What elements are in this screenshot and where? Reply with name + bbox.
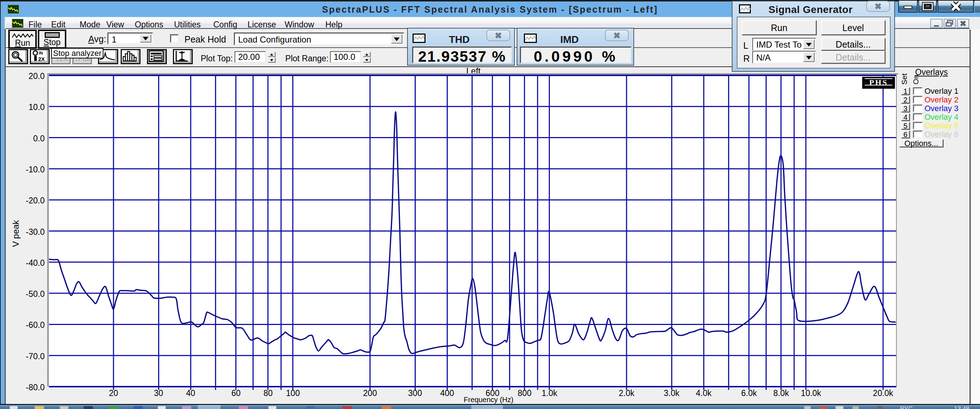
svg-text:IN: IN xyxy=(39,51,43,55)
svg-text:2X: 2X xyxy=(38,56,45,62)
